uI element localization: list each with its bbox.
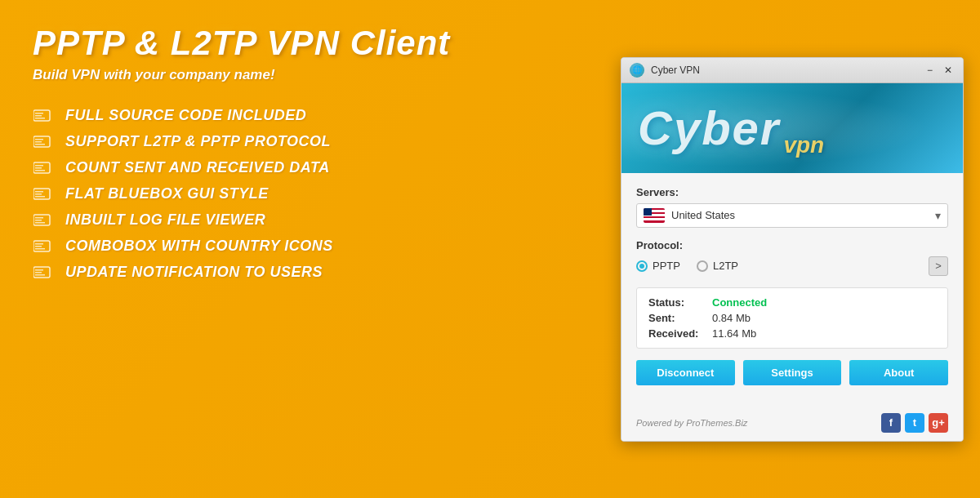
protocol-section: Protocol: PPTP L2TP > [636,239,948,276]
status-section: Status: Connected Sent: 0.84 Mb Received… [636,287,948,349]
svg-rect-3 [35,118,45,119]
svg-rect-2 [35,115,42,117]
vpn-banner: Cyber vpn [621,83,963,173]
window-footer: Powered by ProThemes.Biz f t g+ [621,408,963,441]
feature-bullet-icon [33,237,56,255]
svg-rect-14 [35,193,42,195]
protocol-pptp-option[interactable]: PPTP [636,260,680,272]
received-row: Received: 11.64 Mb [648,327,936,340]
feature-item-protocol: Support L2TP & PPTP protocol [33,132,580,150]
disconnect-button[interactable]: Disconnect [636,360,735,385]
googleplus-icon[interactable]: g+ [929,413,948,433]
l2tp-label: L2TP [713,260,738,272]
feature-item-flat: Flat BlueBox GUI style [33,185,580,202]
action-buttons: Disconnect Settings About [636,360,948,385]
svg-rect-10 [35,167,42,169]
feature-bullet-icon [33,263,56,281]
window-title: Cyber VPN [651,64,918,76]
svg-rect-6 [35,141,42,143]
svg-rect-15 [35,196,45,198]
feature-item-count: Count sent and received data [33,158,580,176]
flag-icon [644,208,665,223]
svg-rect-19 [35,222,45,224]
settings-button[interactable]: Settings [743,360,842,385]
banner-cyber-text: Cyber [638,104,780,152]
svg-rect-17 [35,217,43,219]
svg-rect-1 [35,113,43,114]
window-app-icon: 🌐 [630,63,644,78]
svg-rect-26 [35,272,42,273]
protocol-label: Protocol: [636,239,948,251]
sub-title: Build VPN with your company name! [33,67,580,83]
feature-bullet-icon [33,211,56,229]
facebook-icon[interactable]: f [881,413,901,433]
svg-rect-11 [35,170,45,171]
sent-value: 0.84 Mb [712,312,751,324]
pptp-label: PPTP [653,260,680,272]
feature-item-full-source: Full Source Code included [33,106,580,124]
features-list: Full Source Code included Support L2TP &… [33,106,580,281]
svg-rect-22 [35,246,42,247]
main-background: PPTP & L2TP VPN Client Build VPN with yo… [0,0,980,498]
feature-bullet-icon [33,132,56,150]
dropdown-arrow-icon[interactable]: ▾ [935,209,941,222]
close-button[interactable]: ✕ [942,64,955,76]
feature-text: Flat BlueBox GUI style [65,185,269,202]
protocol-row: PPTP L2TP > [636,256,948,276]
feature-text: Full Source Code included [65,107,306,124]
feature-text: Count sent and received data [65,159,330,176]
feature-bullet-icon [33,185,56,202]
vpn-window: 🌐 Cyber VPN − ✕ Cyber vpn Servers: [621,57,964,442]
svg-rect-25 [35,269,43,271]
protocol-l2tp-option[interactable]: L2TP [697,260,738,272]
received-value: 11.64 Mb [712,327,756,340]
right-panel: 🌐 Cyber VPN − ✕ Cyber vpn Servers: [612,0,980,498]
status-key: Status: [648,296,706,309]
next-button[interactable]: > [929,256,948,276]
svg-rect-21 [35,243,43,245]
feature-item-combobox: ComboBox with country icons [33,237,580,255]
sent-row: Sent: 0.84 Mb [648,312,936,324]
sent-key: Sent: [648,312,706,324]
server-name: United States [671,209,929,221]
main-title: PPTP & L2TP VPN Client [33,24,580,62]
svg-rect-13 [35,191,43,193]
svg-rect-9 [35,165,43,167]
banner-vpn-text: vpn [783,132,824,158]
feature-bullet-icon [33,106,56,124]
status-row: Status: Connected [648,296,936,309]
feature-text: Inbuilt log file viewer [65,211,265,229]
feature-text: Support L2TP & PPTP protocol [65,133,331,150]
svg-rect-27 [35,274,45,276]
l2tp-radio[interactable] [697,260,708,272]
about-button[interactable]: About [849,360,948,385]
servers-label: Servers: [636,186,948,198]
twitter-icon[interactable]: t [905,413,924,433]
minimize-button[interactable]: − [924,64,935,76]
received-key: Received: [648,327,706,340]
pptp-radio[interactable] [636,260,648,272]
feature-text: Update notification to users [65,264,323,281]
protocol-options: PPTP L2TP [636,256,738,275]
svg-rect-18 [35,220,42,221]
window-controls: − ✕ [924,64,955,76]
feature-bullet-icon [33,158,56,176]
svg-rect-23 [35,248,45,250]
feature-item-update: Update notification to users [33,263,580,281]
left-panel: PPTP & L2TP VPN Client Build VPN with yo… [0,0,612,498]
feature-text: ComboBox with country icons [65,238,333,255]
powered-by-text: Powered by ProThemes.Biz [636,418,747,428]
server-dropdown[interactable]: United States ▾ [636,203,948,228]
social-icons: f t g+ [881,413,948,433]
feature-item-log: Inbuilt log file viewer [33,211,580,229]
svg-rect-5 [35,139,43,140]
svg-rect-7 [35,144,45,145]
window-titlebar: 🌐 Cyber VPN − ✕ [621,58,963,83]
window-body: Servers: United [621,173,963,408]
status-value: Connected [712,296,767,309]
